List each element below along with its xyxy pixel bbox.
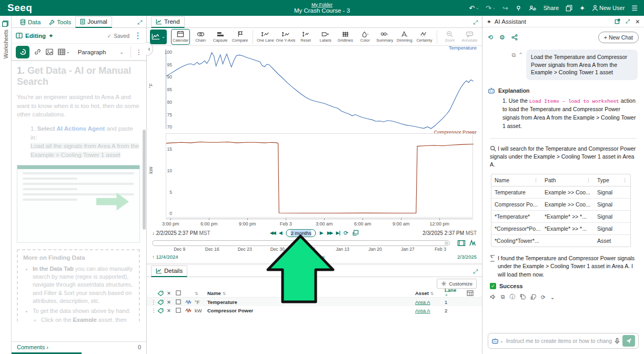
- expand-ai-icon[interactable]: ⤢: [626, 18, 630, 25]
- user-menu[interactable]: New User: [592, 5, 625, 12]
- more-actions-chevron-icon[interactable]: ⌄: [550, 294, 555, 300]
- expand-journal-icon[interactable]: ⤢: [137, 19, 146, 27]
- toolbar-calendar-button[interactable]: Calendar: [171, 29, 190, 45]
- item-checkbox[interactable]: [176, 299, 185, 304]
- ai-actions-agent-link[interactable]: AI Actions Agent: [56, 125, 105, 132]
- name-header[interactable]: Name ⇅: [207, 290, 226, 296]
- investigate-end[interactable]: 2/3/2025: [457, 254, 477, 260]
- trend-chart[interactable]: Temperature °F 707580859095100 Compresso…: [147, 46, 482, 227]
- journal-scrollbar[interactable]: [143, 130, 146, 230]
- lane-header[interactable]: Lane ⌃: [445, 287, 460, 299]
- agent-select-icon[interactable]: ⌄: [491, 338, 504, 344]
- copy-message-icon[interactable]: ⧉: [512, 52, 516, 58]
- asset-link[interactable]: Area A: [415, 308, 430, 313]
- ai-sparkle-icon[interactable]: ✦: [579, 4, 585, 12]
- link-icon[interactable]: [34, 48, 41, 55]
- table-row[interactable]: *Cooling*Tower*...Asset: [491, 235, 630, 247]
- auto-update-icon[interactable]: [469, 240, 477, 247]
- read-aloud-icon[interactable]: [490, 294, 496, 300]
- tab-tools[interactable]: Tools: [45, 17, 75, 27]
- undo-button[interactable]: ↶⌄: [469, 4, 479, 12]
- info-icon[interactable]: ⓘ: [510, 293, 516, 301]
- share-button[interactable]: Share: [544, 5, 559, 11]
- send-button[interactable]: [622, 335, 635, 347]
- tab-details[interactable]: Details: [151, 266, 187, 277]
- ai-settings-gear-icon[interactable]: ⚙: [499, 34, 505, 41]
- table-row[interactable]: *Temperature**Example* >> *...Signal: [491, 211, 630, 223]
- remove-item-icon[interactable]: ✕: [167, 308, 176, 313]
- trend-type-button[interactable]: ⌄: [150, 30, 167, 44]
- copy-range-icon[interactable]: [352, 230, 359, 236]
- new-chat-button[interactable]: + New Chat: [598, 32, 639, 43]
- forward-icon[interactable]: ↪: [502, 4, 508, 12]
- item-tag-icon[interactable]: [157, 299, 167, 305]
- thumbs-up-icon[interactable]: [530, 294, 536, 300]
- regenerate-icon[interactable]: ⟳: [541, 294, 546, 300]
- asset-header[interactable]: Asset ⇅: [415, 290, 444, 296]
- chat-history-icon[interactable]: ⟲: [488, 34, 493, 41]
- asset-link[interactable]: Area A: [415, 299, 430, 305]
- paragraph-style-dropdown[interactable]: Paragraph ⌄: [78, 49, 124, 55]
- toolbar-reset-button[interactable]: Reset: [296, 29, 315, 45]
- thumbs-down-icon[interactable]: [520, 294, 526, 300]
- redo-button[interactable]: ↷⌄: [486, 4, 496, 12]
- share-chat-icon[interactable]: [511, 34, 518, 41]
- journal-menu-icon[interactable]: ⋮: [134, 31, 142, 41]
- comments-link[interactable]: Comments ›: [17, 344, 48, 350]
- tab-journal[interactable]: Journal: [75, 16, 112, 28]
- tab-data[interactable]: Data: [16, 17, 45, 27]
- select-all-tag-icon[interactable]: [157, 290, 167, 296]
- toolbar-summary-button[interactable]: Summary: [376, 29, 395, 45]
- ai-chat-input[interactable]: [506, 338, 612, 344]
- row-menu-icon[interactable]: ⋮: [151, 308, 157, 313]
- refresh-button[interactable]: ⟳: [344, 230, 348, 237]
- toolbar-certainty-button[interactable]: Certainty: [415, 29, 434, 45]
- remove-item-icon[interactable]: ✕: [167, 299, 176, 305]
- toolbar-color-button[interactable]: Color: [356, 29, 375, 45]
- remove-all-icon[interactable]: ✕: [167, 290, 176, 296]
- capsule-view-icon[interactable]: [457, 240, 466, 247]
- table-row[interactable]: TemperatureExample >> Coo...Signal: [491, 186, 630, 199]
- temperature-lane[interactable]: Temperature °F 707580859095100: [147, 46, 482, 130]
- column-menu-icon[interactable]: ⋮: [534, 178, 538, 183]
- column-menu-icon[interactable]: ⋮: [586, 178, 591, 183]
- collapse-message-icon[interactable]: ⌃: [518, 52, 523, 58]
- grid-columns-icon[interactable]: [467, 290, 474, 296]
- select-all-checkbox[interactable]: [176, 290, 185, 296]
- expand-trend-icon[interactable]: ⤢: [473, 19, 482, 27]
- item-checkbox[interactable]: [176, 308, 185, 313]
- breadcrumb[interactable]: My Folder: [311, 2, 333, 7]
- location-icon[interactable]: [515, 5, 522, 12]
- toolbar-zoom-button[interactable]: Zoom: [440, 29, 459, 45]
- expand-details-icon[interactable]: ⤢: [473, 268, 482, 277]
- toolbar-capsule-button[interactable]: Capsule: [211, 29, 230, 45]
- display-range-end[interactable]: 2/3/2025 2:37 PM MST: [422, 230, 477, 236]
- ai-sparkle-icon[interactable]: ✦: [48, 32, 54, 40]
- table-row[interactable]: Compressor Po...Example >> Coo...Signal: [491, 199, 630, 211]
- journal-ai-button[interactable]: [16, 46, 29, 58]
- image-icon[interactable]: [46, 48, 53, 55]
- mic-icon[interactable]: [615, 338, 620, 345]
- toolbar-annotate-button[interactable]: Annotate: [460, 29, 479, 45]
- windows-icon[interactable]: [566, 5, 572, 12]
- toolbar-gridlines-button[interactable]: Gridlines: [336, 29, 355, 45]
- compressor-power-lane[interactable]: Compressor Power kW 051015: [147, 130, 482, 219]
- hamburger-menu-icon[interactable]: ☰: [631, 4, 638, 12]
- item-name[interactable]: Temperature: [207, 299, 237, 305]
- table-row[interactable]: *Compressor*Po...*Example* >> *...Signal: [491, 223, 630, 235]
- toolbar-dimming-button[interactable]: Dimming: [395, 29, 414, 45]
- toolbar-compare-button[interactable]: Compare: [230, 29, 249, 45]
- item-name[interactable]: Compressor Power: [207, 308, 253, 313]
- open-in-new-window-icon[interactable]: [615, 18, 620, 24]
- toolbar-labels-button[interactable]: Labels: [316, 29, 335, 45]
- display-range-start[interactable]: 2/2/2025 2:37 PM: [156, 230, 198, 236]
- copy-response-icon[interactable]: ⧉: [501, 293, 505, 300]
- details-row-compressor-power[interactable]: ⋮ ✕ kW Compressor Power Area A 2: [147, 306, 482, 314]
- item-tag-icon[interactable]: [157, 308, 167, 313]
- toolbar-one-lane-button[interactable]: One Lane: [256, 29, 275, 45]
- close-ai-icon[interactable]: ✕: [635, 18, 640, 25]
- investigate-start[interactable]: ↑ 12/4/2024: [152, 254, 178, 260]
- toolbar-chain-button[interactable]: Chain: [191, 29, 210, 45]
- table-icon[interactable]: ⌄: [58, 48, 70, 55]
- column-menu-icon[interactable]: ⋮: [622, 178, 627, 183]
